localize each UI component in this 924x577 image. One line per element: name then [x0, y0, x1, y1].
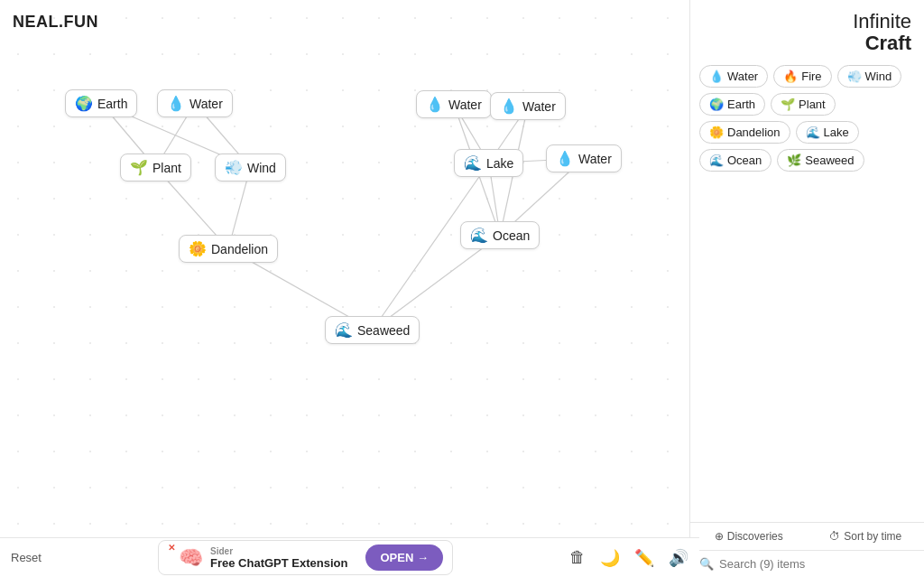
plant1-icon: 🌱 [130, 159, 148, 176]
sidebar-element-plant[interactable]: 🌱Plant [771, 93, 836, 116]
app-title-craft: Craft [853, 33, 911, 54]
tab-sort[interactable]: ⏱ Sort by time [808, 523, 925, 550]
edit-icon[interactable]: ✏️ [634, 548, 654, 568]
sider-banner-area: ✕ 🧠 Sider Free ChatGPT Extension OPEN → [52, 540, 559, 575]
sidebar-element-seaweed[interactable]: 🌿Seaweed [777, 149, 864, 172]
ocean-icon: 🌊 [709, 154, 724, 167]
sort-icon: ⏱ [829, 530, 840, 543]
node-earth1[interactable]: 🌍Earth [65, 89, 137, 117]
right-sidebar: Infinite Craft 💧Water🔥Fire💨Wind🌍Earth🌱Pl… [689, 0, 924, 577]
open-button[interactable]: OPEN → [365, 544, 442, 571]
node-water4[interactable]: 💧Water [546, 144, 622, 172]
bottom-icons: 🗑 🌙 ✏️ 🔊 [569, 548, 688, 568]
plant-icon: 🌱 [781, 98, 795, 111]
seaweed1-icon: 🌊 [335, 321, 353, 339]
wind1-icon: 💨 [225, 159, 243, 176]
sidebar-element-water[interactable]: 💧Water [699, 65, 768, 88]
sidebar-element-lake[interactable]: 🌊Lake [796, 121, 859, 144]
node-seaweed1[interactable]: 🌊Seaweed [325, 316, 420, 344]
earth-icon: 🌍 [709, 98, 724, 111]
node-ocean1[interactable]: 🌊Ocean [460, 221, 540, 249]
sidebar-element-wind[interactable]: 💨Wind [837, 65, 902, 88]
wind-icon: 💨 [847, 70, 862, 83]
dandelion-icon: 🌼 [709, 126, 724, 139]
node-water1[interactable]: 💧Water [157, 89, 233, 117]
sider-banner: ✕ 🧠 Sider Free ChatGPT Extension OPEN → [158, 540, 453, 575]
sidebar-element-fire[interactable]: 🔥Fire [773, 65, 831, 88]
moon-icon[interactable]: 🌙 [600, 548, 620, 568]
search-input[interactable] [719, 557, 915, 571]
fire-icon: 🔥 [783, 70, 798, 83]
canvas-area[interactable]: NEAL.FUN 🌍Earth💧Water🌱Plant💨Wind🌼Dandeli… [0, 0, 689, 577]
water4-icon: 💧 [556, 150, 574, 167]
water2-icon: 💧 [426, 96, 444, 113]
dandelion1-icon: 🌼 [189, 240, 207, 257]
lake-icon: 🌊 [806, 126, 820, 139]
bottom-bar: Reset ✕ 🧠 Sider Free ChatGPT Extension O… [0, 537, 699, 577]
connections-svg [0, 0, 689, 577]
delete-icon[interactable]: 🗑 [569, 548, 586, 567]
sound-icon[interactable]: 🔊 [669, 548, 688, 568]
logo: NEAL.FUN [13, 13, 98, 32]
ocean1-icon: 🌊 [470, 227, 488, 244]
search-bar[interactable]: 🔍 [690, 551, 924, 577]
sidebar-elements-list: 💧Water🔥Fire💨Wind🌍Earth🌱Plant🌼Dandelion🌊L… [690, 61, 924, 522]
node-wind1[interactable]: 💨Wind [215, 154, 286, 181]
sidebar-element-ocean[interactable]: 🌊Ocean [699, 149, 772, 172]
app-title-infinite: Infinite [853, 11, 911, 33]
sider-title: Free ChatGPT Extension [210, 556, 347, 570]
app-logo: Infinite Craft [853, 11, 911, 54]
node-plant1[interactable]: 🌱Plant [120, 154, 191, 181]
water-icon: 💧 [709, 70, 724, 83]
sidebar-footer: ⊕ Discoveries ⏱ Sort by time 🔍 [690, 522, 924, 577]
sider-close-icon[interactable]: ✕ [168, 543, 175, 553]
sider-icon: 🧠 [179, 546, 203, 570]
tab-discoveries[interactable]: ⊕ Discoveries [690, 523, 808, 550]
sider-label: Sider [210, 546, 347, 556]
lake1-icon: 🌊 [464, 154, 482, 172]
node-lake1[interactable]: 🌊Lake [454, 149, 523, 177]
search-icon: 🔍 [699, 557, 714, 571]
sidebar-tabs: ⊕ Discoveries ⏱ Sort by time [690, 523, 924, 551]
sort-label: Sort by time [844, 530, 901, 543]
reset-button[interactable]: Reset [11, 551, 42, 564]
node-water2[interactable]: 💧Water [416, 90, 492, 118]
earth1-icon: 🌍 [75, 95, 93, 112]
sidebar-element-earth[interactable]: 🌍Earth [699, 93, 765, 116]
seaweed-icon: 🌿 [787, 154, 801, 167]
discoveries-label: Discoveries [727, 530, 783, 543]
sidebar-header: Infinite Craft [690, 0, 924, 61]
sidebar-element-dandelion[interactable]: 🌼Dandelion [699, 121, 790, 144]
water1-icon: 💧 [167, 95, 185, 112]
discoveries-icon: ⊕ [715, 530, 724, 543]
node-water3[interactable]: 💧Water [490, 92, 566, 120]
water3-icon: 💧 [500, 98, 518, 115]
node-dandelion1[interactable]: 🌼Dandelion [179, 235, 278, 263]
